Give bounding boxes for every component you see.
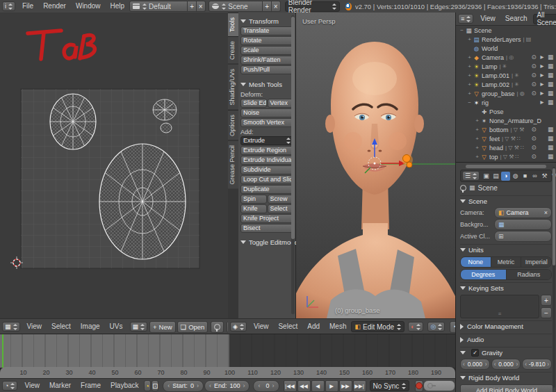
selectability-toggle-icon[interactable]: ► [539,80,546,89]
audio-panel-header[interactable]: Audio [460,334,552,345]
uv-uvs-menu[interactable]: UVs [105,320,128,333]
play-reverse-button[interactable]: ◀ [311,380,325,392]
selectability-toggle-icon[interactable] [539,125,546,134]
preview-range-button[interactable]: ◔ [144,380,151,391]
visibility-toggle-icon[interactable]: ⊙ [530,143,537,152]
mesh-tools-panel-header[interactable]: Mesh Tools [240,79,293,90]
file-menu[interactable]: File [17,0,38,13]
renderability-toggle-icon[interactable]: ▦ [547,71,554,80]
next-keyframe-button[interactable]: ▶▶ [339,380,352,392]
pivot-point-selector[interactable]: ◎ [427,322,445,332]
timeline-frame-menu[interactable]: Frame [76,379,106,392]
add-scene-button[interactable]: + [263,1,272,12]
vertex-slide-button[interactable]: Vertex [268,99,294,108]
background-set-field[interactable]: ▦ [494,219,552,230]
editor-type-button[interactable]: i [2,1,15,11]
expand-toggle[interactable]: − [466,99,473,106]
uv-view-menu[interactable]: View [22,320,47,333]
render-layers-tab-icon[interactable]: ▤ [491,172,500,181]
uv-canvas[interactable] [0,13,228,318]
scene-panel-header[interactable]: Scene [460,195,552,206]
timeline-editor-type-button[interactable]: ◔ [2,381,17,391]
outliner-row[interactable]: + ▽ feet | ▽ ⚒ ∷ ⊙ ▦ [456,134,556,143]
outliner-row[interactable]: ✚ Pose [456,107,556,116]
expand-toggle[interactable]: + [466,90,473,97]
selectability-toggle-icon[interactable] [539,143,546,152]
renderability-toggle-icon[interactable]: ▦ [547,98,554,107]
outliner-row[interactable]: + ▽ group_base | ◍ ⊙ ► ▦ [456,89,556,98]
mode-selector[interactable]: ◧ Edit Mode [351,321,404,332]
slide-edge-button[interactable]: Slide Ed [240,99,267,108]
outliner-search-menu[interactable]: Search [500,13,532,25]
visibility-toggle-icon[interactable]: ⊙ [530,53,537,62]
visibility-toggle-icon[interactable]: ⊙ [530,152,537,161]
3d-mesh-menu[interactable]: Mesh [325,320,351,333]
manipulator-toggle-button[interactable]: ✚ [450,321,455,333]
extrude-region-button[interactable]: Extrude Region [240,146,293,155]
color-management-panel-header[interactable]: Color Management [460,320,552,332]
tab-grease-pencil[interactable]: Grease Pencil [228,140,238,189]
renderability-toggle-icon[interactable]: ▦ [547,80,554,89]
uv-image-menu[interactable]: Image [76,320,105,333]
uv-image-editor[interactable] [0,13,229,318]
outliner-editor-type-button[interactable]: ≡ [458,14,473,24]
3d-add-menu[interactable]: Add [302,320,325,333]
help-menu[interactable]: Help [106,0,130,13]
end-frame-field[interactable]: End: 100 [204,380,250,392]
outliner-row[interactable]: + ▽ top | ▽ ⚒ ∷ ⊙ ▦ [456,152,556,161]
renderability-toggle-icon[interactable]: ▦ [547,53,554,62]
subdivide-button[interactable]: Subdivide [240,165,293,174]
uv-select-menu[interactable]: Select [47,320,76,333]
expand-toggle[interactable]: + [474,126,480,133]
expand-toggle[interactable]: + [466,72,473,79]
new-image-button[interactable]: +New [149,321,176,333]
transform-panel-header[interactable]: Transform [240,16,293,26]
renderability-toggle-icon[interactable]: ▦ [547,62,554,71]
selectability-toggle-icon[interactable]: ► [539,53,546,62]
tool-shelf-scrollbar[interactable] [291,15,295,314]
uv-editor-type-button[interactable]: ▦ [2,322,20,332]
smooth-vertex-button[interactable]: Smooth Vertex [240,118,293,127]
add-layout-button[interactable]: + [188,1,197,12]
outliner-row[interactable]: + ☀ Lamp.002 | ✳ ⊙ ► ▦ [456,80,556,89]
prev-keyframe-button[interactable]: ◀◀ [297,380,311,392]
object-tab-icon[interactable]: ■ [521,172,530,181]
auto-keyframe-button[interactable] [415,380,423,392]
selectability-toggle-icon[interactable] [539,134,546,143]
visibility-toggle-icon[interactable]: ⊙ [530,71,537,80]
timeline-playback-menu[interactable]: Playback [106,379,144,392]
units-panel-header[interactable]: Units [460,244,552,255]
timeline-ruler[interactable]: 1020304050607080901001101201301401501601… [0,367,455,378]
visibility-toggle-icon[interactable]: ⊙ [530,134,537,143]
screen-layout-selector[interactable]: Default [129,1,188,12]
bisect-button[interactable]: Bisect [240,224,293,233]
duplicate-button[interactable]: Duplicate [240,185,293,194]
expand-toggle[interactable]: + [474,145,480,151]
add-rigid-body-world-button[interactable]: Add Rigid Body World [460,384,553,392]
renderability-toggle-icon[interactable]: ▦ [547,125,554,134]
gravity-value-field[interactable]: -9.810 [522,359,552,370]
3d-viewport[interactable]: User Persp (0) group_base [296,13,455,318]
sync-mode-selector[interactable]: No Sync [370,380,410,391]
clear-camera-icon[interactable]: × [544,209,548,216]
image-datablock-selector[interactable]: ▦ [130,322,148,332]
timeline-marker-menu[interactable]: Marker [44,379,76,392]
outliner-row[interactable]: ◍ World [456,44,556,53]
selectability-toggle-icon[interactable]: ► [539,98,546,107]
shrink-fatten-button[interactable]: Shrink/Fatten [240,56,293,65]
outliner-filter-selector[interactable]: All Scenes [533,14,556,24]
play-button[interactable]: ▶ [325,380,338,392]
selectability-toggle-icon[interactable]: ► [539,89,546,98]
rotate-button[interactable]: Rotate [240,36,293,45]
unit-system-option[interactable]: Imperial [521,257,551,267]
visibility-toggle-icon[interactable]: ⊙ [530,89,537,98]
pin-button[interactable] [211,321,224,333]
unit-system-option[interactable]: None [461,257,491,267]
outliner-row[interactable]: + ◆ Camera | ◎ ⊙ ► ▦ [456,53,556,62]
renderability-toggle-icon[interactable]: ▦ [547,143,554,152]
world-tab-icon[interactable]: ◍ [511,172,520,181]
delete-scene-button[interactable]: × [272,1,281,12]
selectability-toggle-icon[interactable] [539,152,546,161]
outliner-row[interactable]: + ☀ Lamp | ✳ ⊙ ► ▦ [456,62,556,71]
render-tab-icon[interactable]: ▣ [482,172,491,181]
